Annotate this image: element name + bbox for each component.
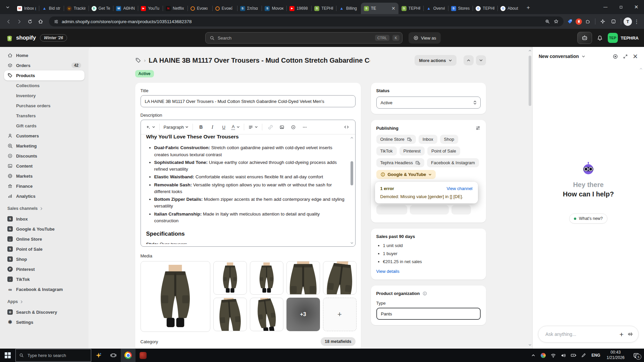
editor-scrollbar[interactable]	[350, 136, 354, 245]
apps-header[interactable]: Apps	[4, 296, 85, 307]
browser-tab[interactable]: U Trackin	[64, 3, 89, 14]
sidebar-channel-item[interactable]: S Inbox	[4, 214, 85, 224]
scroll-up-icon[interactable]	[528, 49, 532, 52]
sidebar-item[interactable]: Finance	[4, 181, 85, 191]
google-tag-extension-icon[interactable]	[567, 18, 573, 24]
manage-channels-icon[interactable]	[475, 125, 481, 131]
browser-tab[interactable]: S Μονοκ	[262, 3, 286, 14]
speaker-icon[interactable]	[558, 349, 569, 362]
site-settings-icon[interactable]	[54, 19, 59, 24]
copilot-sparkle-icon[interactable]	[91, 349, 106, 362]
tab-search-button[interactable]	[3, 2, 13, 12]
bookmark-star-icon[interactable]	[553, 19, 559, 24]
code-view-button[interactable]	[341, 122, 352, 132]
voice-input-icon[interactable]	[628, 331, 633, 337]
main-scrollbar-thumb[interactable]	[529, 56, 531, 106]
windows-start-button[interactable]	[0, 349, 15, 362]
visibility-icon[interactable]	[612, 54, 618, 59]
zoom-icon[interactable]	[545, 19, 550, 24]
view-details-link[interactable]: View details	[376, 269, 399, 274]
notification-center-icon[interactable]: 5	[628, 349, 644, 362]
browser-tab[interactable]: b Get Te	[89, 3, 113, 14]
sidebar-item-settings[interactable]: ✱ Settings	[4, 317, 85, 327]
browser-tab[interactable]: S Σπίτια	[237, 3, 262, 14]
taskbar-search-input[interactable]	[27, 353, 78, 358]
sidebar-subitem[interactable]: Collections	[4, 80, 85, 90]
sales-channels-header[interactable]: Sales channels	[4, 203, 85, 214]
chrome-taskbar-icon[interactable]	[121, 349, 136, 362]
browser-tab[interactable]: ▲ Bid str	[39, 3, 64, 14]
media-more-tile[interactable]: +3	[286, 298, 320, 331]
browser-tab[interactable]: G TEPHR	[473, 3, 497, 14]
sidebar-channel-item[interactable]: ♪ TikTok	[4, 274, 85, 284]
maximize-button[interactable]	[613, 0, 629, 14]
address-bar[interactable]: admin.shopify.com/store/conjure-man/prod…	[49, 16, 564, 26]
editor-scrollbar-thumb[interactable]	[351, 161, 353, 185]
new-tab-button[interactable]: +	[524, 3, 533, 12]
browser-tab[interactable]: ▲ Billing	[336, 3, 361, 14]
browser-menu-icon[interactable]: ⋮	[633, 18, 641, 25]
sidebar-channel-item[interactable]: G Google & YouTube	[4, 224, 85, 234]
channel-pill[interactable]: Pinterest	[399, 146, 425, 156]
scroll-up-icon[interactable]	[350, 136, 354, 139]
notifications-bell-icon[interactable]	[596, 35, 604, 41]
sidebar-item[interactable]: Marketing	[4, 141, 85, 151]
sidebar-item[interactable]: Analytics	[4, 191, 85, 201]
sidebar-channel-item[interactable]: S Shop	[4, 254, 85, 264]
red-app-taskbar-icon[interactable]	[136, 349, 150, 362]
forward-icon[interactable]	[14, 16, 24, 26]
channel-pill[interactable]: TikTok	[376, 146, 397, 156]
sidebar-item[interactable]: Orders 42	[4, 60, 85, 70]
insert-link-button[interactable]	[265, 122, 276, 132]
sidebar-item[interactable]: Home	[4, 50, 85, 60]
browser-tab[interactable]: S TE ✕	[361, 3, 398, 14]
previous-product-button[interactable]	[464, 55, 474, 65]
channel-pill[interactable]: Facebook & Instagram	[427, 158, 479, 167]
reload-icon[interactable]	[25, 16, 35, 26]
media-photo-tile[interactable]	[250, 298, 283, 331]
text-color-button[interactable]: A	[230, 122, 241, 132]
browser-tab[interactable]: S TEPHR	[311, 3, 336, 14]
sidebar-subitem[interactable]: Gift cards	[4, 121, 85, 131]
adblock-extension-icon[interactable]	[576, 18, 582, 25]
sidebar-item[interactable]: Markets	[4, 171, 85, 181]
sidebar-channel-item[interactable]: ∞ Facebook & Instagram	[4, 284, 85, 294]
close-panel-icon[interactable]: ✕	[633, 53, 638, 60]
chat-scroll-up-icon[interactable]	[639, 67, 643, 70]
metafields-button[interactable]: 18 metafields	[321, 337, 355, 346]
home-icon[interactable]	[36, 16, 46, 26]
italic-button[interactable]: I	[207, 122, 218, 132]
scroll-down-icon[interactable]	[350, 241, 354, 245]
bold-button[interactable]: B	[196, 122, 206, 132]
favorites-sparkle-icon[interactable]	[598, 16, 608, 26]
sidebar-item[interactable]: Products	[4, 70, 85, 80]
tab-close-icon[interactable]: ✕	[391, 6, 395, 11]
sidebar-channel-item[interactable]: S Point of Sale	[4, 244, 85, 254]
media-photo-tile[interactable]	[213, 261, 247, 295]
browser-tab[interactable]: S Stores	[448, 3, 473, 14]
language-indicator[interactable]: ENG	[589, 353, 603, 358]
extensions-puzzle-icon[interactable]	[583, 16, 593, 26]
sidebar-item[interactable]: Content	[4, 161, 85, 171]
channel-pill[interactable]: Online Store	[376, 135, 416, 144]
browser-tab[interactable]: N Netflix	[163, 3, 187, 14]
insert-video-button[interactable]	[288, 122, 299, 132]
back-icon[interactable]	[3, 16, 13, 26]
channel-pill[interactable]: Google & YouTube	[376, 170, 436, 179]
browser-tab[interactable]: ▲ Overvi	[423, 3, 448, 14]
ask-anything-field[interactable]	[545, 331, 615, 337]
minimize-button[interactable]: —	[598, 0, 613, 14]
browser-tab[interactable]: G About	[497, 3, 522, 14]
view-channel-link[interactable]: View channel	[446, 186, 472, 191]
taskbar-clock[interactable]: 00:43 1/21/2026	[603, 350, 628, 360]
browser-tab[interactable]: Ενοικί	[212, 3, 237, 14]
profile-avatar[interactable]: T	[624, 17, 632, 26]
browser-tab[interactable]: Ενοικι	[187, 3, 212, 14]
channel-pill[interactable]: Shop	[440, 135, 458, 144]
sidebar-app-item[interactable]: ⊙ Search & Discovery	[4, 307, 85, 317]
media-photo-tile[interactable]	[250, 261, 283, 295]
sidebar-channel-item[interactable]: ⌂ Online Store	[4, 234, 85, 244]
sidebar-item[interactable]: Discounts	[4, 151, 85, 161]
media-photo-main[interactable]	[141, 261, 210, 332]
product-type-input[interactable]	[376, 308, 481, 320]
